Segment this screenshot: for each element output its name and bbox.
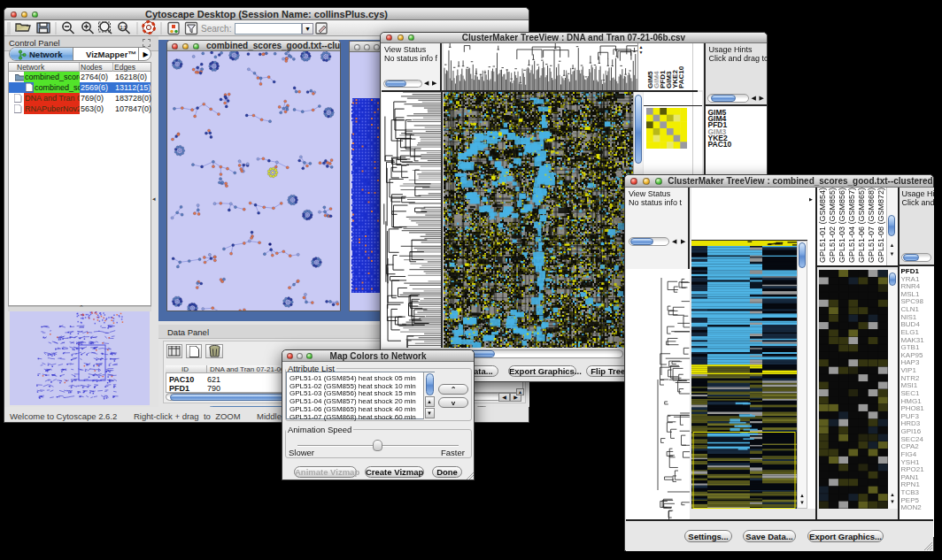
svg-text:1:1: 1:1 bbox=[120, 25, 127, 30]
